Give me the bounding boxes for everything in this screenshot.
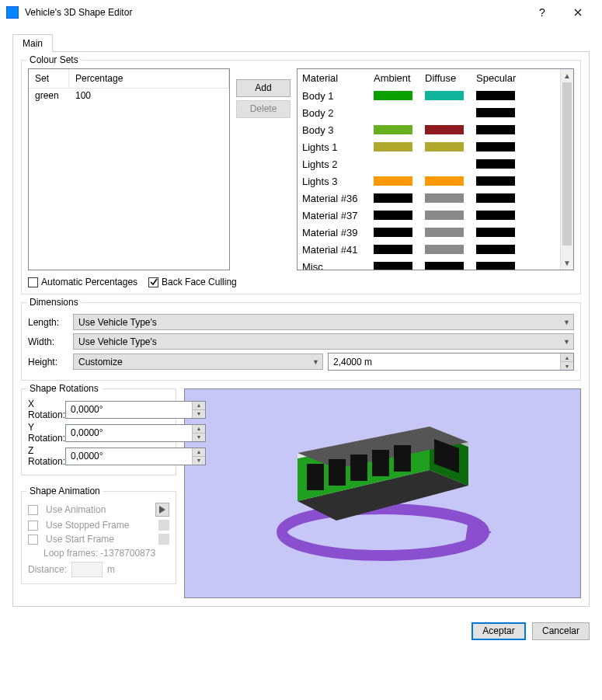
material-row[interactable]: Lights 1 (302, 138, 557, 155)
tab-main[interactable]: Main (12, 34, 53, 52)
material-name: Lights 2 (302, 158, 374, 170)
diffuse-swatch[interactable] (425, 193, 464, 203)
diffuse-swatch[interactable] (425, 125, 464, 134)
scroll-down-icon[interactable]: ▼ (561, 256, 573, 270)
group-dimensions: Dimensions Length: Use Vehicle Type's ▼ … (21, 302, 581, 381)
y-rotation-input[interactable] (66, 425, 192, 441)
group-animation: Shape Animation Use Animation Use Stoppe… (21, 491, 176, 584)
specular-swatch[interactable] (476, 176, 515, 186)
z-rotation-spinner[interactable]: ▲▼ (65, 448, 206, 465)
diffuse-swatch[interactable] (425, 142, 464, 151)
specular-swatch[interactable] (476, 108, 515, 117)
group-colour-sets-legend: Colour Sets (26, 54, 82, 65)
play-button[interactable] (155, 503, 169, 517)
ambient-swatch[interactable] (374, 125, 412, 134)
colour-set-table[interactable]: Set Percentage green 100 (28, 68, 230, 270)
ambient-swatch[interactable] (374, 245, 412, 254)
spin-down-icon[interactable]: ▼ (561, 362, 573, 370)
material-row[interactable]: Material #37 (302, 207, 557, 224)
accept-button[interactable]: Aceptar (472, 622, 526, 640)
spin-up-icon[interactable]: ▲ (193, 448, 205, 457)
width-label: Width: (28, 336, 68, 347)
diffuse-swatch[interactable] (425, 211, 464, 220)
specular-swatch[interactable] (476, 262, 515, 270)
add-button[interactable]: Add (236, 79, 291, 97)
ambient-swatch[interactable] (374, 176, 412, 186)
height-mode-select[interactable]: Customize ▼ (73, 353, 323, 370)
ambient-swatch[interactable] (374, 211, 412, 220)
material-scrollbar[interactable]: ▲ ▼ (560, 69, 573, 270)
specular-swatch[interactable] (476, 211, 515, 220)
material-row[interactable]: Misc (302, 258, 557, 270)
material-row[interactable]: Body 2 (302, 104, 557, 121)
cancel-button-label: Cancelar (542, 625, 579, 636)
x-rotation-spinner[interactable]: ▲▼ (65, 401, 206, 419)
diffuse-swatch[interactable] (425, 245, 464, 254)
diffuse-swatch[interactable] (425, 176, 464, 186)
chevron-down-icon: ▼ (563, 338, 570, 346)
material-row[interactable]: Body 3 (302, 121, 557, 138)
material-name: Misc (302, 261, 374, 270)
checkbox-icon (148, 277, 158, 287)
tab-main-label: Main (23, 38, 43, 49)
play-icon (159, 506, 165, 514)
diffuse-swatch[interactable] (425, 91, 464, 100)
delete-button[interactable]: Delete (236, 100, 291, 118)
tabstrip: Main (12, 34, 590, 52)
specular-swatch[interactable] (476, 193, 515, 203)
specular-swatch[interactable] (476, 245, 515, 254)
preview-viewport[interactable] (184, 388, 581, 598)
material-name: Material #37 (302, 210, 374, 221)
svg-rect-11 (394, 445, 411, 472)
spin-down-icon[interactable]: ▼ (193, 457, 205, 465)
z-rotation-input[interactable] (66, 448, 192, 465)
ambient-swatch[interactable] (374, 91, 412, 100)
material-row[interactable]: Lights 3 (302, 172, 557, 190)
ambient-swatch[interactable] (374, 228, 412, 237)
cell-percentage: 100 (69, 89, 229, 103)
scroll-thumb[interactable] (562, 82, 572, 246)
specular-swatch[interactable] (476, 142, 515, 151)
material-row[interactable]: Lights 2 (302, 155, 557, 172)
col-specular-header: Specular (476, 72, 527, 84)
close-button[interactable] (560, 1, 596, 24)
specular-swatch[interactable] (476, 91, 515, 100)
distance-unit: m (107, 564, 115, 575)
material-row[interactable]: Body 1 (302, 87, 557, 104)
spin-down-icon[interactable]: ▼ (193, 410, 205, 418)
group-animation-legend: Shape Animation (26, 486, 103, 496)
col-set-header[interactable]: Set (29, 69, 69, 88)
spin-up-icon[interactable]: ▲ (193, 425, 205, 434)
specular-swatch[interactable] (476, 125, 515, 134)
accept-button-label: Aceptar (482, 625, 514, 636)
col-percentage-header[interactable]: Percentage (69, 69, 229, 88)
automatic-percentages-checkbox[interactable]: Automatic Percentages (28, 277, 137, 287)
group-colour-sets: Colour Sets Set Percentage green 100 (21, 60, 581, 294)
table-row[interactable]: green 100 (29, 89, 229, 103)
length-label: Length: (28, 317, 68, 328)
x-rotation-input[interactable] (66, 402, 192, 418)
ambient-swatch[interactable] (374, 142, 412, 151)
specular-swatch[interactable] (476, 228, 515, 237)
y-rotation-spinner[interactable]: ▲▼ (65, 424, 206, 442)
diffuse-swatch[interactable] (425, 228, 464, 237)
ambient-swatch[interactable] (374, 262, 412, 270)
material-row[interactable]: Material #39 (302, 224, 557, 241)
ambient-swatch[interactable] (374, 193, 412, 203)
group-rotations: Shape Rotations X Rotation: ▲▼ Y Rotatio… (21, 388, 176, 475)
help-button[interactable]: ? (524, 1, 560, 24)
length-select[interactable]: Use Vehicle Type's ▼ (73, 314, 574, 330)
width-select[interactable]: Use Vehicle Type's ▼ (73, 333, 574, 350)
material-row[interactable]: Material #36 (302, 190, 557, 207)
cancel-button[interactable]: Cancelar (532, 622, 590, 640)
height-value-input[interactable] (329, 353, 560, 370)
spin-up-icon[interactable]: ▲ (561, 353, 573, 362)
back-face-culling-checkbox[interactable]: Back Face Culling (148, 277, 237, 287)
height-value-spinner[interactable]: ▲▼ (328, 353, 574, 371)
material-row[interactable]: Material #41 (302, 241, 557, 258)
diffuse-swatch[interactable] (425, 262, 464, 270)
spin-up-icon[interactable]: ▲ (193, 402, 205, 410)
specular-swatch[interactable] (476, 159, 515, 169)
spin-down-icon[interactable]: ▼ (193, 434, 205, 441)
scroll-up-icon[interactable]: ▲ (561, 69, 573, 82)
